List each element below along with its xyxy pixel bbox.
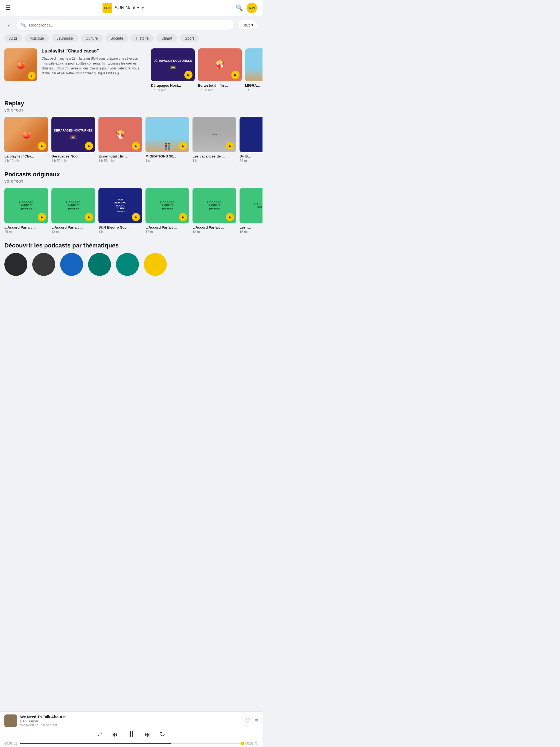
podcast-image-5: L'ACCORDPARFAIT xyxy=(239,188,262,223)
search-input[interactable] xyxy=(29,23,230,27)
podcast-thumb-4: L'ACCORDPARFAITgrand bout ▶ xyxy=(193,188,236,223)
featured-title: La playlist "Chaud cacao" xyxy=(42,48,147,54)
featured-card-0[interactable]: DÉRAPAGES NOCTURNES 📼 ▶ Dérapages Noct..… xyxy=(151,48,195,92)
featured-desc: Chaque dimanche à 23h, la team SUN vous … xyxy=(42,56,147,76)
replay-title-4: Les vacances de ... xyxy=(193,154,236,158)
replay-item-3[interactable]: 👫 ▶ MIGRATIONS S0... 1 s xyxy=(146,117,189,163)
discover-row xyxy=(4,253,258,278)
replay-duration-3: 1 s xyxy=(146,159,189,163)
discover-item-1[interactable] xyxy=(32,253,57,278)
podcast-duration-5: 15 m xyxy=(239,230,262,234)
podcast-play-4[interactable]: ▶ xyxy=(226,213,234,221)
replay-title-3: MIGRATIONS S0... xyxy=(146,154,189,158)
user-avatar[interactable]: SUN xyxy=(247,3,257,13)
category-sport[interactable]: Sport xyxy=(180,34,199,42)
filter-select[interactable]: Tout ▾ xyxy=(237,20,258,30)
podcast-item-5[interactable]: L'ACCORDPARFAIT ▶ Les r... 15 m xyxy=(239,188,262,234)
replay-section-header: Replay xyxy=(0,95,262,108)
podcast-play-0[interactable]: ▶ xyxy=(38,213,46,221)
featured-card-2[interactable]: 👫 ▶ MIGRA... 1 s xyxy=(245,48,262,92)
discover-circle-3 xyxy=(88,253,111,276)
podcast-item-1[interactable]: L'ACCORDPARFAITgrand bout ▶ L'Accord Par… xyxy=(51,188,95,234)
discover-item-3[interactable] xyxy=(88,253,113,278)
replay-thumb-0: 🍑 ▶ xyxy=(4,117,48,152)
category-jeunesse[interactable]: Jeunesse xyxy=(52,34,78,42)
menu-icon[interactable]: ☰ xyxy=(5,4,11,11)
discover-image-1 xyxy=(32,253,55,276)
featured-main[interactable]: 🍑 ▶ La playlist "Chaud cacao" Chaque dim… xyxy=(4,48,147,92)
replay-item-1[interactable]: DÉRAPAGES NOCTURNES 📼 ▶ Dérapages Noct..… xyxy=(51,117,95,163)
back-button[interactable]: ‹ xyxy=(4,21,13,29)
discover-item-4[interactable] xyxy=(116,253,141,278)
discover-item-0[interactable] xyxy=(4,253,29,278)
category-histoire[interactable]: Histoire xyxy=(131,34,154,42)
discover-circle-5 xyxy=(144,253,167,276)
category-climat[interactable]: Climat xyxy=(156,34,177,42)
search-icon[interactable]: 🔍 xyxy=(235,4,243,11)
replay-play-0[interactable]: ▶ xyxy=(38,142,46,150)
category-culture[interactable]: Culture xyxy=(81,34,103,42)
replay-duration-5: 58 m xyxy=(239,159,262,163)
search-bar-row: ‹ 🔍 Tout ▾ xyxy=(0,16,262,32)
replay-play-2[interactable]: ▶ xyxy=(132,142,140,150)
category-actu[interactable]: Actu xyxy=(4,34,22,42)
replay-title: Replay xyxy=(4,100,258,107)
replay-item-0[interactable]: 🍑 ▶ La playlist "Cha... 1 h 10 min xyxy=(4,117,48,163)
podcast-item-4[interactable]: L'ACCORDPARFAITgrand bout ▶ L'Accord Par… xyxy=(193,188,236,234)
featured-play-button[interactable]: ▶ xyxy=(28,72,35,80)
play-button-0[interactable]: ▶ xyxy=(184,71,193,79)
discover-item-5[interactable] xyxy=(144,253,169,278)
play-button-1[interactable]: ▶ xyxy=(231,71,239,79)
podcast-play-3[interactable]: ▶ xyxy=(179,213,187,221)
discover-title: Découvrir les podcasts par thématiques xyxy=(4,242,258,249)
search-input-wrap[interactable]: 🔍 xyxy=(17,20,234,30)
discover-circle-4 xyxy=(116,253,139,276)
station-name[interactable]: SUN Nantes ▾ xyxy=(114,5,144,11)
discover-circle-1 xyxy=(32,253,55,276)
podcasts-scroll-row: L'ACCORDPARFAITgrand bout ▶ L'Accord Par… xyxy=(0,186,262,237)
replay-title-1: Dérapages Noct... xyxy=(51,154,95,158)
replay-item-2[interactable]: 🍿 ▶ Ecran total : fin ... 1 h 58 min xyxy=(98,117,142,163)
featured-card-title-2: MIGRA... xyxy=(245,83,262,87)
replay-thumb-4: 〰️ ▶ xyxy=(193,117,236,152)
replay-duration-2: 1 h 58 min xyxy=(98,159,142,163)
featured-card-thumb-2: 👫 ▶ xyxy=(245,48,262,81)
replay-voir-tout[interactable]: VOIR TOUT xyxy=(0,108,262,115)
podcasts-section-header: Podcasts originaux xyxy=(0,166,262,179)
podcast-play-1[interactable]: ▶ xyxy=(85,213,93,221)
station-selector[interactable]: SUN SUN Nantes ▾ xyxy=(103,3,144,13)
podcast-title-4: L'Accord Parfait ... xyxy=(193,225,236,229)
replay-title-5: Du B... xyxy=(239,154,262,158)
discover-circle-2 xyxy=(60,253,83,276)
featured-thumbnail: 🍑 ▶ xyxy=(4,48,37,81)
podcast-title-0: L'Accord Parfait ... xyxy=(4,225,48,229)
podcast-item-3[interactable]: L'ACCORDPARFAITgrand bout ▶ L'Accord Par… xyxy=(146,188,189,234)
category-pills: Actu Musique Jeunesse Culture Société Hi… xyxy=(0,32,262,46)
replay-play-4[interactable]: ▶ xyxy=(226,142,234,150)
podcasts-voir-tout[interactable]: VOIR TOUT xyxy=(0,179,262,186)
podcast-title-1: L'Accord Parfait ... xyxy=(51,225,95,229)
podcast-play-2[interactable]: ▶ xyxy=(132,213,140,221)
chevron-down-icon: ▾ xyxy=(142,6,144,10)
replay-play-3[interactable]: ▶ xyxy=(179,142,187,150)
podcast-duration-3: 17 min xyxy=(146,230,189,234)
replay-play-1[interactable]: ▶ xyxy=(85,142,93,150)
podcast-thumb-2: SUNELECTROSOCIALCLUBl'interview ▶ xyxy=(98,188,142,223)
featured-card-duration-1: 1 h 58 min xyxy=(198,88,242,92)
category-societe[interactable]: Société xyxy=(105,34,128,42)
featured-section: 🍑 ▶ La playlist "Chaud cacao" Chaque dim… xyxy=(0,46,262,95)
discover-section: Découvrir les podcasts par thématiques xyxy=(0,237,262,280)
podcast-duration-1: 13 min xyxy=(51,230,95,234)
replay-thumb-2: 🍿 ▶ xyxy=(98,117,142,152)
podcast-item-2[interactable]: SUNELECTROSOCIALCLUBl'interview ▶ SUN El… xyxy=(98,188,142,234)
replay-thumb-5: ▶ xyxy=(239,117,262,152)
discover-image-2 xyxy=(60,253,83,276)
podcast-item-0[interactable]: L'ACCORDPARFAITgrand bout ▶ L'Accord Par… xyxy=(4,188,48,234)
replay-item-5[interactable]: ▶ Du B... 58 m xyxy=(239,117,262,163)
podcast-duration-2: 1 h xyxy=(98,230,142,234)
discover-item-2[interactable] xyxy=(60,253,85,278)
app-header: ☰ SUN SUN Nantes ▾ 🔍 SUN xyxy=(0,0,262,16)
featured-card-1[interactable]: 🍿 ▶ Ecran total : fin ... 1 h 58 min xyxy=(198,48,242,92)
replay-item-4[interactable]: 〰️ ▶ Les vacances de ... 1 h xyxy=(193,117,236,163)
category-musique[interactable]: Musique xyxy=(25,34,49,42)
